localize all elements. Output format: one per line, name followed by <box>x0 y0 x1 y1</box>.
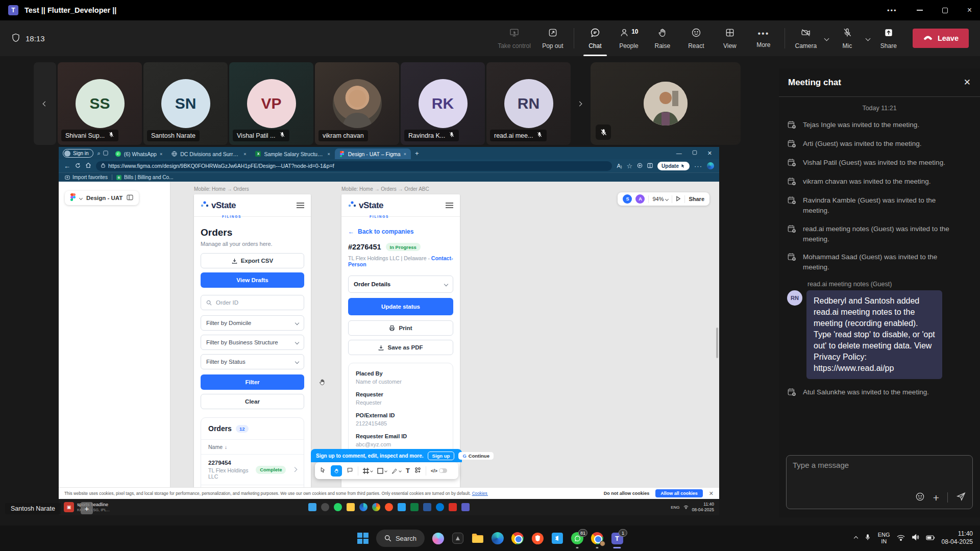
chat-input-box[interactable]: + <box>786 455 973 509</box>
browser-signin-button: Sign in <box>63 149 93 158</box>
edge-logo-icon <box>707 162 714 169</box>
battery-icon[interactable] <box>926 534 935 543</box>
participant-tile[interactable]: SS Shivani Sup... <box>58 62 142 145</box>
orders-subtitle: Manage all your orders here. <box>201 241 304 247</box>
figma-toolbar: T </> <box>315 462 458 479</box>
more-dots-icon: ••• <box>757 29 769 39</box>
emoji-icon[interactable] <box>915 492 925 504</box>
taskbar-search[interactable]: Search <box>376 530 425 547</box>
edge-icon[interactable] <box>491 532 504 545</box>
close-icon[interactable]: × <box>967 6 972 15</box>
bookmarks-bar: Import favorites B Bills | Billing and C… <box>59 172 719 182</box>
collaborator-avatar: A <box>635 194 645 204</box>
take-control-button[interactable]: Take control <box>493 20 536 56</box>
shape-tool-icon <box>377 468 387 474</box>
figma-signup-banner: Sign up to comment, edit, inspect and mo… <box>311 449 462 462</box>
column-header-name: Name↓ <box>201 439 304 455</box>
presenter-name-label: Santosh Narate <box>5 503 61 514</box>
whatsapp-favicon: ✆ <box>115 151 121 157</box>
back-to-companies-link: ←Back to companies <box>348 228 453 235</box>
participant-tile[interactable]: RK Ravindra K... <box>401 62 485 145</box>
outlook-icon <box>436 503 444 511</box>
react-button[interactable]: React <box>679 20 713 56</box>
app-icon[interactable] <box>451 532 464 545</box>
filter-domicile-select: Filter by Domicile <box>201 315 304 331</box>
chrome-icon[interactable] <box>511 532 524 545</box>
people-button[interactable]: 10 People <box>612 20 646 56</box>
filmstrip-prev-button[interactable] <box>34 62 56 145</box>
taskbar-clock[interactable]: 11:4008-04-2025 <box>942 530 973 546</box>
titlebar-more-icon[interactable]: ••• <box>887 7 897 14</box>
brave-icon <box>385 503 393 511</box>
orders-title: Orders <box>201 227 304 238</box>
language-indicator[interactable]: ENGIN <box>878 532 890 545</box>
participant-tile[interactable]: SN Santosh Narate <box>143 62 228 145</box>
move-tool-icon <box>320 466 326 475</box>
message-bubble: Redberyl and Santosh added read.ai meeti… <box>806 290 942 380</box>
collections-icon <box>637 162 643 170</box>
mic-chevron-icon[interactable] <box>864 37 872 40</box>
copilot-icon[interactable] <box>431 532 445 545</box>
whatsapp-icon[interactable]: 81 <box>571 532 584 545</box>
pop-out-button[interactable]: Pop out <box>536 20 570 56</box>
word-icon <box>423 503 431 511</box>
send-icon[interactable] <box>956 491 966 504</box>
frame-tool-icon <box>363 468 373 474</box>
figma-top-right-bar: S A 94% Share <box>618 192 709 206</box>
chat-button[interactable]: Chat <box>578 20 612 56</box>
share-zoom-in-button[interactable]: + <box>81 502 93 514</box>
participant-tile[interactable]: RN read.ai mee... <box>486 62 571 145</box>
browser-menu-icon: ··· <box>694 162 702 170</box>
url-text: https://www.figma.com/design/9BKQ0FOHRWa… <box>108 163 334 169</box>
system-message: vikram chavan was invited to the meeting… <box>787 177 972 188</box>
volume-icon[interactable] <box>912 534 919 543</box>
teams-icon[interactable]: T 1 <box>610 532 624 545</box>
google-g-icon: G <box>462 453 466 459</box>
meeting-chat-panel: Meeting chat ✕ Today 11:21 Tejas Ingle w… <box>779 68 980 517</box>
chat-message-input[interactable] <box>793 461 966 469</box>
brave-icon[interactable] <box>531 532 544 545</box>
minimize-icon[interactable] <box>917 10 923 11</box>
edge-icon <box>359 503 368 511</box>
start-button[interactable] <box>356 532 370 545</box>
chat-close-icon[interactable]: ✕ <box>964 77 971 88</box>
tray-mic-icon[interactable] <box>864 533 871 543</box>
participant-tile[interactable]: vikram chavan <box>315 62 399 145</box>
wifi-icon[interactable] <box>897 534 905 543</box>
tray-expand-icon[interactable] <box>854 536 858 540</box>
attach-plus-icon[interactable]: + <box>933 493 939 503</box>
save-pdf-button: Save as PDF <box>348 340 453 355</box>
tab-close-icon: × <box>243 152 246 157</box>
chat-message-list[interactable]: Today 11:21 Tejas Ingle was invited to t… <box>779 97 980 451</box>
tab-close-icon: × <box>160 152 162 157</box>
figma-signup-button: Sign up <box>428 452 455 460</box>
teams-icon <box>461 503 470 511</box>
lock-icon <box>101 163 105 169</box>
vscode-icon[interactable] <box>551 532 564 545</box>
leave-button[interactable]: Leave <box>913 29 969 48</box>
shared-screen[interactable]: Sign in ⌕ ✆ (6) WhatsApp× DC Divisions a… <box>59 147 719 515</box>
view-button[interactable]: View <box>713 20 747 56</box>
notification-badge: 1 <box>619 529 627 537</box>
maximize-icon[interactable] <box>942 8 948 13</box>
mic-button[interactable]: Mic <box>830 20 864 56</box>
windows-taskbar: Search 81 T 1 ENGIN 11:4008-04-2025 <box>0 525 980 551</box>
browser-tabstrip: Sign in ⌕ ✆ (6) WhatsApp× DC Divisions a… <box>59 147 719 159</box>
share-button[interactable]: Share <box>872 20 905 56</box>
chrome-profile-icon[interactable] <box>591 532 604 545</box>
layout-panel-icon <box>127 193 133 203</box>
profile-avatar <box>64 151 70 157</box>
spotlight-participant-tile[interactable] <box>591 62 741 145</box>
file-explorer-icon[interactable] <box>471 532 484 545</box>
chevron-right-icon <box>577 101 582 106</box>
raise-hand-button[interactable]: Raise <box>646 20 679 56</box>
more-button[interactable]: ••• More <box>747 20 780 56</box>
participant-tile[interactable]: VP Vishal Patil ... <box>229 62 313 145</box>
camera-chevron-icon[interactable] <box>823 37 830 40</box>
filmstrip-next-button[interactable] <box>572 62 586 145</box>
participant-name: Ravindra K... <box>408 132 445 139</box>
shared-system-tray: ENG 11:4008-04-2025 <box>671 502 714 512</box>
browser-urlbar: ← https://www.figma.com/design/9BKQ0FOHR… <box>59 159 719 172</box>
people-count-badge: 10 <box>631 28 638 35</box>
camera-button[interactable]: Camera <box>789 20 823 56</box>
